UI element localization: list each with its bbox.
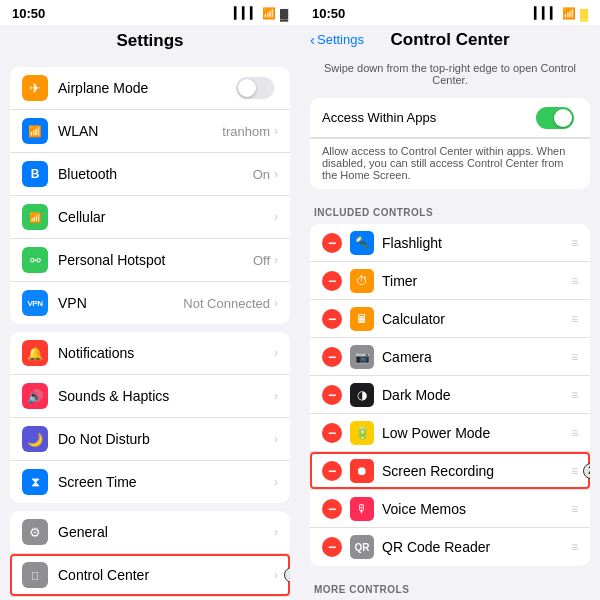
remove-flashlight[interactable]: − xyxy=(322,233,342,253)
status-bar-right: 10:50 ▎▎▎ 📶 ▓ xyxy=(300,0,600,25)
screenrecording-label: Screen Recording xyxy=(382,463,567,479)
settings-title: Settings xyxy=(116,31,183,50)
remove-qrreader[interactable]: − xyxy=(322,537,342,557)
screentime-icon: ⧗ xyxy=(22,469,48,495)
reorder-flashlight[interactable]: ≡ xyxy=(571,236,578,250)
flashlight-icon: 🔦 xyxy=(350,231,374,255)
row-general[interactable]: ⚙ General › xyxy=(10,511,290,554)
signal-icon-right: ▎▎▎ xyxy=(534,7,558,20)
screentime-label: Screen Time xyxy=(58,474,274,490)
vpn-value: Not Connected xyxy=(183,296,270,311)
row-voicememos[interactable]: − 🎙 Voice Memos ≡ xyxy=(310,490,590,528)
status-icons-right: ▎▎▎ 📶 ▓ xyxy=(534,7,588,20)
access-toggle[interactable] xyxy=(536,107,574,129)
lowpower-icon: 🔋 xyxy=(350,421,374,445)
wlan-chevron: › xyxy=(274,124,278,138)
cellular-chevron: › xyxy=(274,210,278,224)
row-wlan[interactable]: 📶 WLAN tranhom › xyxy=(10,110,290,153)
wlan-icon: 📶 xyxy=(22,118,48,144)
general-label: General xyxy=(58,524,274,540)
timer-label: Timer xyxy=(382,273,567,289)
reorder-camera[interactable]: ≡ xyxy=(571,350,578,364)
row-cellular[interactable]: 📶 Cellular › xyxy=(10,196,290,239)
notifications-icon: 🔔 xyxy=(22,340,48,366)
row-controlcenter[interactable]: ⎕ Control Center › 1 xyxy=(10,554,290,597)
reorder-screenrecording[interactable]: ≡ xyxy=(571,464,578,478)
row-notifications[interactable]: 🔔 Notifications › xyxy=(10,332,290,375)
cc-title: Control Center xyxy=(391,30,510,50)
row-camera[interactable]: − 📷 Camera ≡ xyxy=(310,338,590,376)
battery-icon-right: ▓ xyxy=(580,8,588,20)
remove-lowpower[interactable]: − xyxy=(322,423,342,443)
reorder-qrreader[interactable]: ≡ xyxy=(571,540,578,554)
reorder-darkmode[interactable]: ≡ xyxy=(571,388,578,402)
vpn-chevron: › xyxy=(274,296,278,310)
reorder-timer[interactable]: ≡ xyxy=(571,274,578,288)
sounds-label: Sounds & Haptics xyxy=(58,388,274,404)
hotspot-label: Personal Hotspot xyxy=(58,252,253,268)
row-bluetooth[interactable]: B Bluetooth On › xyxy=(10,153,290,196)
hotspot-value: Off xyxy=(253,253,270,268)
camera-label: Camera xyxy=(382,349,567,365)
sounds-chevron: › xyxy=(274,389,278,403)
voicememos-label: Voice Memos xyxy=(382,501,567,517)
row-vpn[interactable]: VPN VPN Not Connected › xyxy=(10,282,290,324)
reorder-calculator[interactable]: ≡ xyxy=(571,312,578,326)
row-flashlight[interactable]: − 🔦 Flashlight ≡ xyxy=(310,224,590,262)
qrreader-icon: QR xyxy=(350,535,374,559)
row-airplane[interactable]: ✈ Airplane Mode xyxy=(10,67,290,110)
time-left: 10:50 xyxy=(12,6,45,21)
controlcenter-label: Control Center xyxy=(58,567,274,583)
airplane-label: Airplane Mode xyxy=(58,80,236,96)
row-calculator[interactable]: − 🖩 Calculator ≡ xyxy=(310,300,590,338)
bluetooth-icon: B xyxy=(22,161,48,187)
row-qrreader[interactable]: − QR QR Code Reader ≡ xyxy=(310,528,590,566)
row-lowpower[interactable]: − 🔋 Low Power Mode ≡ xyxy=(310,414,590,452)
vpn-label: VPN xyxy=(58,295,183,311)
controlcenter-icon: ⎕ xyxy=(22,562,48,588)
airplane-icon: ✈ xyxy=(22,75,48,101)
dnd-icon: 🌙 xyxy=(22,426,48,452)
sounds-icon: 🔊 xyxy=(22,383,48,409)
battery-icon: ▓ xyxy=(280,8,288,20)
settings-group-notifications: 🔔 Notifications › 🔊 Sounds & Haptics › 🌙… xyxy=(10,332,290,503)
screenrecording-icon: ⏺ xyxy=(350,459,374,483)
row-hotspot[interactable]: ⚯ Personal Hotspot Off › xyxy=(10,239,290,282)
wifi-icon: 📶 xyxy=(262,7,276,20)
settings-header: Settings xyxy=(0,25,300,59)
row-screentime[interactable]: ⧗ Screen Time › xyxy=(10,461,290,503)
remove-calculator[interactable]: − xyxy=(322,309,342,329)
row-sounds[interactable]: 🔊 Sounds & Haptics › xyxy=(10,375,290,418)
remove-darkmode[interactable]: − xyxy=(322,385,342,405)
flashlight-label: Flashlight xyxy=(382,235,567,251)
hotspot-chevron: › xyxy=(274,253,278,267)
reorder-lowpower[interactable]: ≡ xyxy=(571,426,578,440)
remove-screenrecording[interactable]: − xyxy=(322,461,342,481)
row-timer[interactable]: − ⏱ Timer ≡ xyxy=(310,262,590,300)
row-dnd[interactable]: 🌙 Do Not Disturb › xyxy=(10,418,290,461)
dnd-label: Do Not Disturb xyxy=(58,431,274,447)
settings-group-network: ✈ Airplane Mode 📶 WLAN tranhom › B Bluet… xyxy=(10,67,290,324)
remove-camera[interactable]: − xyxy=(322,347,342,367)
voicememos-icon: 🎙 xyxy=(350,497,374,521)
row-screenrecording[interactable]: − ⏺ Screen Recording ≡ 2 xyxy=(310,452,590,490)
calculator-icon: 🖩 xyxy=(350,307,374,331)
lowpower-label: Low Power Mode xyxy=(382,425,567,441)
access-label: Access Within Apps xyxy=(322,110,536,125)
notifications-label: Notifications xyxy=(58,345,274,361)
back-button[interactable]: ‹ Settings xyxy=(310,31,364,48)
controlcenter-badge: 1 xyxy=(284,567,290,583)
row-access-within-apps[interactable]: Access Within Apps xyxy=(310,98,590,138)
row-darkmode[interactable]: − ◑ Dark Mode ≡ xyxy=(310,376,590,414)
bluetooth-label: Bluetooth xyxy=(58,166,253,182)
more-controls-header: MORE CONTROLS xyxy=(300,574,600,599)
remove-voicememos[interactable]: − xyxy=(322,499,342,519)
calculator-label: Calculator xyxy=(382,311,567,327)
remove-timer[interactable]: − xyxy=(322,271,342,291)
back-chevron-icon: ‹ xyxy=(310,31,315,48)
reorder-voicememos[interactable]: ≡ xyxy=(571,502,578,516)
airplane-toggle[interactable] xyxy=(236,77,274,99)
access-description: Allow access to Control Center within ap… xyxy=(310,138,590,189)
cellular-icon: 📶 xyxy=(22,204,48,230)
screenrecording-badge: 2 xyxy=(583,463,590,479)
